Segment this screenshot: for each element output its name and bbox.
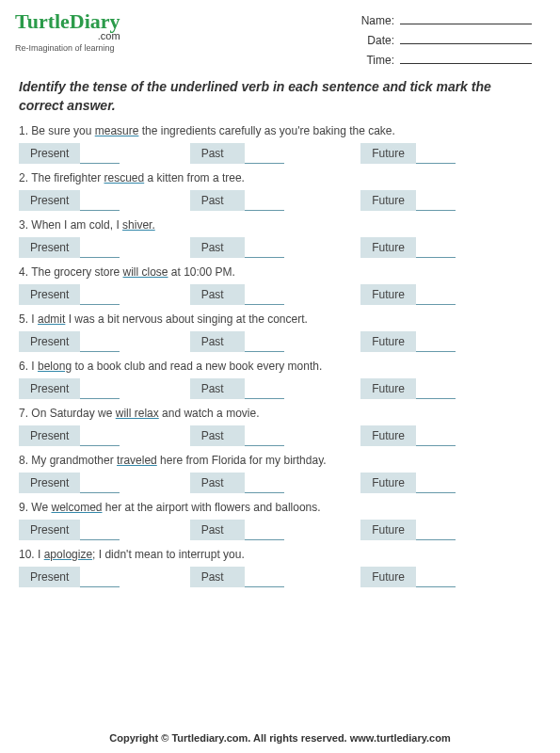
answer-blank[interactable]: [416, 567, 456, 587]
question: 8. My grandmother traveled here from Flo…: [19, 454, 532, 493]
option-label: Future: [360, 520, 416, 540]
student-fields: Name: Date: Time:: [361, 11, 532, 67]
option-label: Future: [360, 473, 416, 493]
option-present: Present: [19, 425, 190, 446]
option-label: Past: [190, 331, 245, 352]
date-field: Date:: [361, 31, 532, 47]
option-past: Past: [190, 237, 361, 258]
question-post: I was a bit nervous about singing at the…: [65, 312, 307, 326]
question-number: 7.: [19, 407, 31, 420]
underlined-verb: rescued: [104, 171, 145, 184]
option-future: Future: [360, 473, 532, 493]
question-number: 5.: [19, 312, 31, 326]
name-field: Name:: [361, 11, 532, 27]
option-past: Past: [190, 567, 361, 587]
question-pre: The grocery store: [31, 265, 122, 279]
answer-blank[interactable]: [80, 473, 120, 493]
option-present: Present: [19, 237, 190, 258]
option-label: Present: [19, 567, 80, 587]
option-label: Present: [19, 284, 80, 305]
question-number: 4.: [19, 265, 31, 279]
option-future: Future: [360, 567, 532, 587]
answer-blank[interactable]: [245, 567, 284, 587]
option-future: Future: [360, 284, 532, 305]
answer-blank[interactable]: [80, 237, 120, 258]
option-label: Past: [190, 425, 245, 446]
underlined-verb: measure: [95, 124, 139, 137]
answer-blank[interactable]: [416, 425, 456, 446]
question-post: and watch a movie.: [159, 407, 260, 420]
option-future: Future: [360, 520, 532, 540]
options-row: PresentPastFuture: [19, 567, 532, 587]
option-label: Past: [190, 284, 245, 305]
answer-blank[interactable]: [80, 567, 120, 587]
option-present: Present: [19, 190, 190, 211]
question-text: 10. I apologize; I didn't mean to interr…: [19, 548, 532, 561]
options-row: PresentPastFuture: [19, 284, 532, 305]
question: 7. On Saturday we will relax and watch a…: [19, 407, 532, 446]
answer-blank[interactable]: [80, 425, 120, 446]
question: 6. I belong to a book club and read a ne…: [19, 360, 532, 399]
option-past: Past: [190, 143, 361, 164]
date-label: Date:: [367, 34, 394, 47]
option-past: Past: [190, 284, 361, 305]
answer-blank[interactable]: [80, 284, 120, 305]
answer-blank[interactable]: [416, 143, 456, 164]
question-pre: I: [31, 312, 38, 326]
options-row: PresentPastFuture: [19, 143, 532, 164]
answer-blank[interactable]: [80, 378, 120, 399]
header: TurtleDiary .com Re-Imagination of learn…: [0, 0, 560, 74]
option-label: Past: [190, 567, 245, 587]
answer-blank[interactable]: [416, 190, 456, 211]
question: 1. Be sure you measure the ingredients c…: [19, 124, 532, 164]
answer-blank[interactable]: [416, 237, 456, 258]
option-present: Present: [19, 473, 190, 493]
question-post: ; I didn't mean to interrupt you.: [92, 548, 245, 561]
name-label: Name:: [361, 14, 394, 27]
answer-blank[interactable]: [245, 520, 284, 540]
name-input-line[interactable]: [400, 11, 532, 24]
option-past: Past: [190, 520, 361, 540]
option-label: Future: [360, 284, 416, 305]
question-post: at 10:00 PM.: [168, 265, 235, 279]
answer-blank[interactable]: [416, 331, 456, 352]
logo-domain: .com: [15, 30, 120, 41]
question-number: 8.: [19, 454, 31, 467]
option-future: Future: [360, 190, 532, 211]
question: 3. When I am cold, I shiver.PresentPastF…: [19, 218, 532, 258]
answer-blank[interactable]: [80, 143, 120, 164]
answer-blank[interactable]: [416, 520, 456, 540]
question-text: 6. I belong to a book club and read a ne…: [19, 360, 532, 373]
answer-blank[interactable]: [245, 425, 284, 446]
option-future: Future: [360, 378, 532, 399]
time-label: Time:: [366, 54, 394, 67]
question-pre: I: [38, 548, 44, 561]
time-input-line[interactable]: [400, 51, 532, 64]
answer-blank[interactable]: [416, 473, 456, 493]
answer-blank[interactable]: [245, 143, 284, 164]
answer-blank[interactable]: [245, 284, 284, 305]
option-label: Present: [19, 425, 80, 446]
option-present: Present: [19, 567, 190, 587]
answer-blank[interactable]: [80, 520, 120, 540]
answer-blank[interactable]: [80, 190, 120, 211]
options-row: PresentPastFuture: [19, 378, 532, 399]
answer-blank[interactable]: [80, 331, 120, 352]
question-number: 10.: [19, 548, 38, 561]
answer-blank[interactable]: [416, 378, 456, 399]
answer-blank[interactable]: [245, 473, 284, 493]
answer-blank[interactable]: [245, 378, 284, 399]
option-present: Present: [19, 284, 190, 305]
underlined-verb: belong: [38, 360, 72, 373]
option-label: Future: [360, 143, 416, 164]
option-future: Future: [360, 425, 532, 446]
date-input-line[interactable]: [400, 31, 532, 44]
answer-blank[interactable]: [245, 237, 284, 258]
answer-blank[interactable]: [245, 190, 284, 211]
option-past: Past: [190, 378, 361, 399]
question-text: 5. I admit I was a bit nervous about sin…: [19, 312, 532, 326]
option-label: Past: [190, 520, 245, 540]
answer-blank[interactable]: [416, 284, 456, 305]
question: 2. The firefighter rescued a kitten from…: [19, 171, 532, 211]
answer-blank[interactable]: [245, 331, 284, 352]
